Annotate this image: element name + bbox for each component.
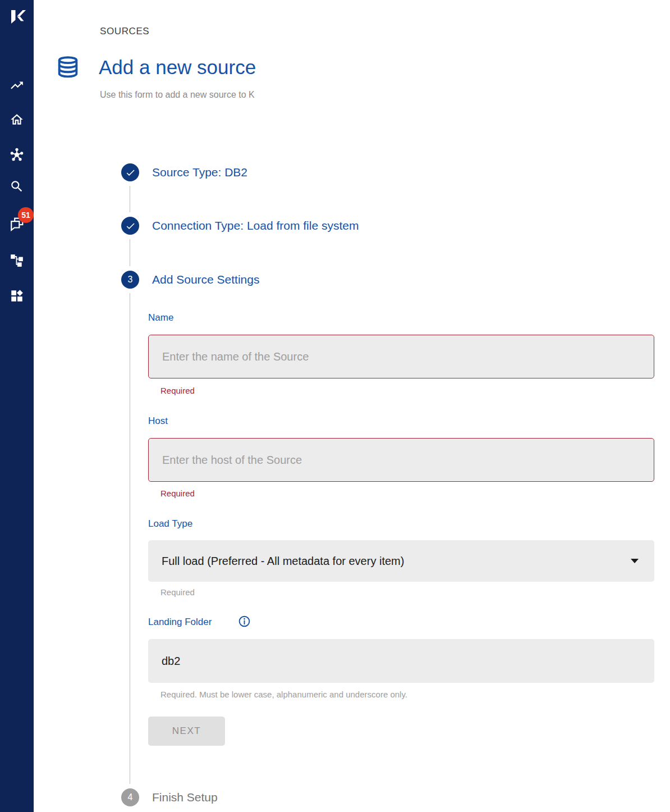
host-input[interactable]	[148, 438, 654, 482]
breadcrumb: SOURCES	[100, 26, 149, 37]
step-3-number: 3	[128, 275, 133, 285]
home-icon[interactable]	[10, 112, 24, 127]
step-4-indicator: 4	[121, 788, 139, 806]
search-icon[interactable]	[10, 179, 24, 194]
step-2-label: Connection Type: Load from file system	[152, 219, 359, 232]
notification-badge: 51	[18, 207, 34, 223]
stepper-connector	[130, 239, 130, 266]
step-4-number: 4	[128, 792, 133, 802]
step-1-indicator	[121, 163, 139, 181]
check-icon	[125, 221, 136, 231]
check-icon	[125, 167, 136, 178]
page-subtitle: Use this form to add a new source to K	[100, 90, 255, 100]
data-flow-icon[interactable]	[10, 253, 24, 267]
page-title: Add a new source	[99, 56, 256, 79]
landing-folder-label: Landing Folder	[148, 617, 212, 628]
load-type-label: Load Type	[148, 518, 192, 530]
sidebar: 51	[0, 0, 34, 812]
load-type-select[interactable]: Full load (Preferred - All metadata for …	[148, 540, 654, 582]
name-input[interactable]	[148, 335, 654, 378]
step-3-indicator: 3	[121, 271, 139, 289]
name-field-label: Name	[148, 312, 173, 323]
landing-folder-input[interactable]	[148, 639, 654, 683]
hub-icon[interactable]	[10, 147, 24, 162]
step-1-label: Source Type: DB2	[152, 166, 247, 179]
step-3-label: Add Source Settings	[152, 273, 259, 286]
load-type-value: Full load (Preferred - All metadata for …	[162, 555, 404, 568]
add-source-page: 51 SOURCES Add a new sour	[0, 0, 670, 812]
landing-folder-helper: Required. Must be lower case, alphanumer…	[160, 690, 407, 699]
host-field-label: Host	[148, 416, 168, 427]
name-required-text: Required	[160, 386, 195, 395]
trending-up-icon[interactable]	[10, 78, 24, 93]
chevron-down-icon	[631, 559, 639, 563]
k-logo[interactable]	[7, 7, 27, 27]
next-button[interactable]: NEXT	[148, 717, 225, 746]
database-icon	[55, 54, 81, 81]
step-4-label: Finish Setup	[152, 791, 218, 804]
stepper-connector	[130, 293, 130, 784]
stepper-connector	[130, 186, 130, 212]
dashboard-icon[interactable]	[10, 289, 24, 303]
info-icon[interactable]	[238, 615, 251, 628]
host-required-text: Required	[160, 489, 195, 498]
step-2-indicator	[121, 217, 139, 235]
load-type-required-text: Required	[160, 587, 195, 597]
